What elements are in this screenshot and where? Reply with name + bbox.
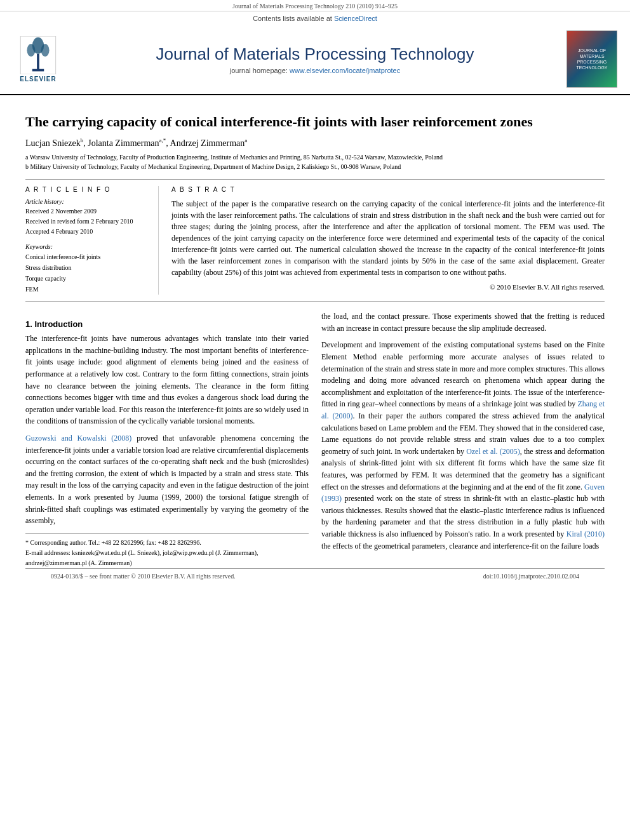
keyword-3: Torque capacity (25, 273, 148, 284)
divider-2 (25, 301, 605, 302)
divider-1 (25, 179, 605, 180)
section-1-title: Introduction (34, 319, 83, 329)
elsevier-logo: ELSEVIER (13, 36, 64, 83)
svg-rect-6 (32, 69, 44, 71)
body-paragraph-3: the load, and the contact pressure. Thos… (321, 310, 605, 334)
footer-issn: 0924-0136/$ – see front matter © 2010 El… (51, 573, 236, 580)
section-1-number: 1. (25, 319, 32, 329)
para2-rest: proved that unfavorable phenomena concer… (25, 434, 309, 525)
body-left-column: 1. Introduction The interference-fit joi… (25, 310, 309, 568)
sup-a: a,* (159, 138, 166, 144)
elsevier-tree-icon (19, 36, 57, 74)
received-date: Received 2 November 2009 (25, 206, 148, 217)
journal-cover-image: JOURNAL OFMATERIALSPROCESSINGTECHNOLOGY (566, 30, 617, 88)
para3-rest: load, and the contact pressure. Those ex… (321, 312, 605, 333)
zhang-ref[interactable]: Zhang et al. (2000) (321, 399, 605, 420)
abstract-column: A B S T R A C T The subject of the paper… (171, 186, 605, 295)
body-right-column: the load, and the contact pressure. Thos… (321, 310, 605, 568)
content-area: The carrying capacity of conical interfe… (0, 95, 630, 596)
keyword-1: Conical interference-fit joints (25, 251, 148, 262)
copyright-line: © 2010 Elsevier B.V. All rights reserved… (171, 283, 605, 291)
accepted-date: Accepted 4 February 2010 (25, 227, 148, 237)
homepage-url[interactable]: www.elsevier.com/locate/jmatprotec (290, 67, 400, 74)
journal-brand: ELSEVIER Journal of Materials Processing… (0, 24, 630, 91)
article-info-heading: A R T I C L E I N F O (25, 186, 148, 193)
body-paragraph-1: The interference-fit joints have numerou… (25, 333, 309, 427)
article-title: The carrying capacity of conical interfe… (25, 113, 605, 131)
footer-doi: doi:10.1016/j.jmatprotec.2010.02.004 (483, 573, 579, 580)
body-paragraph-2: Guzowski and Kowalski (2008) proved that… (25, 432, 309, 527)
svg-point-5 (41, 44, 50, 57)
keyword-4: FEM (25, 284, 148, 295)
footnote-corresponding: * Corresponding author. Tel.: +48 22 826… (25, 538, 309, 548)
ozel-ref[interactable]: Ozel et al. (2005) (466, 447, 520, 456)
article-info-column: A R T I C L E I N F O Article history: R… (25, 186, 159, 295)
keywords-title: Keywords: (25, 243, 148, 250)
para3-the: the (321, 312, 331, 321)
svg-rect-2 (37, 53, 39, 70)
sciencedirect-link[interactable]: ScienceDirect (334, 15, 377, 22)
sup-a2: a (245, 138, 247, 144)
revised-date: Received in revised form 2 February 2010 (25, 217, 148, 227)
abstract-text: The subject of the paper is the comparat… (171, 198, 605, 278)
article-info-abstract: A R T I C L E I N F O Article history: R… (25, 186, 605, 295)
journal-title: Journal of Materials Processing Technolo… (64, 44, 566, 64)
contents-text: Contents lists available at (253, 15, 332, 22)
history-title: Article history: (25, 198, 148, 205)
body-content: 1. Introduction The interference-fit joi… (25, 310, 605, 568)
keywords-section: Keywords: Conical interference-fit joint… (25, 243, 148, 295)
author-lucjan: Lucjan Sniezekb, Jolanta Zimmermana,*, A… (25, 138, 247, 148)
svg-point-4 (27, 44, 35, 57)
affiliation-a: a Warsaw University of Technology, Facul… (25, 152, 605, 162)
article-history: Article history: Received 2 November 200… (25, 198, 148, 237)
contents-line: Contents lists available at ScienceDirec… (0, 11, 630, 24)
journal-title-block: Journal of Materials Processing Technolo… (64, 44, 566, 74)
journal-homepage: journal homepage: www.elsevier.com/locat… (64, 67, 566, 74)
affiliation-b: b Military University of Technology, Fac… (25, 162, 605, 171)
kiral-ref[interactable]: Kiral (2010) (566, 530, 605, 538)
authors-line: Lucjan Sniezekb, Jolanta Zimmermana,*, A… (25, 138, 605, 149)
email-label: E-mail addresses: (25, 549, 70, 556)
elsevier-label: ELSEVIER (20, 76, 56, 83)
body-paragraph-4: Development and improvement of the exist… (321, 339, 605, 552)
footer-bar: 0924-0136/$ – see front matter © 2010 El… (25, 568, 605, 583)
footnote-email: E-mail addresses: ksniezek@wat.edu.pl (L… (25, 548, 309, 568)
footnote-area: * Corresponding author. Tel.: +48 22 826… (25, 533, 309, 568)
guzowski-ref[interactable]: Guzowski and Kowalski (2008) (25, 434, 131, 443)
abstract-heading: A B S T R A C T (171, 186, 605, 193)
journal-info-line: Journal of Materials Processing Technolo… (232, 3, 398, 10)
journal-top-bar: Journal of Materials Processing Technolo… (0, 0, 630, 11)
homepage-label: journal homepage: (230, 67, 288, 74)
sup-b: b (81, 138, 84, 144)
keyword-2: Stress distribution (25, 262, 148, 273)
affiliations: a Warsaw University of Technology, Facul… (25, 152, 605, 171)
journal-header: Contents lists available at ScienceDirec… (0, 11, 630, 95)
section-1-heading: 1. Introduction (25, 319, 309, 329)
page-wrapper: Journal of Materials Processing Technolo… (0, 0, 630, 840)
guven-ref[interactable]: Guven (1993) (321, 483, 605, 503)
